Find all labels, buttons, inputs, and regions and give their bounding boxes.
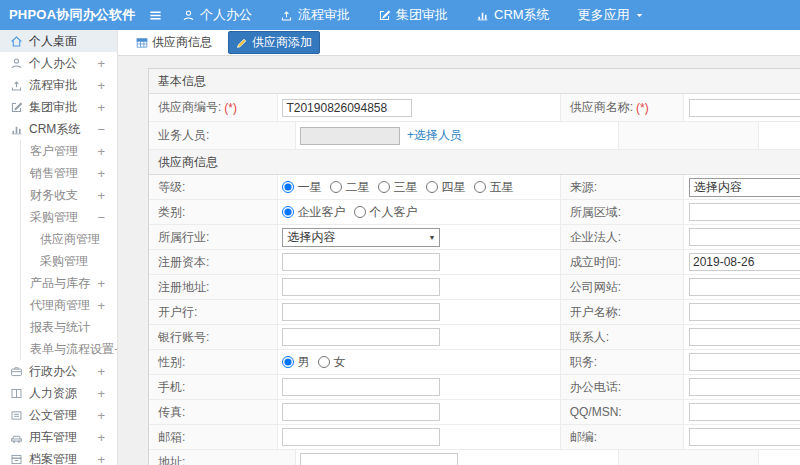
registered-address-input[interactable] xyxy=(282,278,440,296)
supplier-code-input[interactable] xyxy=(282,99,412,117)
radio-input[interactable] xyxy=(354,206,366,218)
field-label: 来源: xyxy=(561,175,684,199)
sidebar-item[interactable]: 表单与流程设置+ xyxy=(20,338,117,360)
address-input[interactable] xyxy=(300,453,458,465)
field-label-text: 办公电话: xyxy=(570,379,621,396)
radio-option[interactable]: 五星 xyxy=(474,179,513,196)
sidebar-item[interactable]: 代理商管理+ xyxy=(20,294,117,316)
radio-input[interactable] xyxy=(330,181,342,193)
radio-input[interactable] xyxy=(378,181,390,193)
founded-date-input[interactable] xyxy=(689,253,800,271)
sidebar-item[interactable]: 人力资源+ xyxy=(0,382,117,404)
topnav-item[interactable]: 个人办公 xyxy=(182,6,252,24)
form-cell-empty xyxy=(759,450,800,465)
sidebar-item[interactable]: 报表与统计 xyxy=(20,316,117,338)
tab-supplier-info[interactable]: 供应商信息 xyxy=(130,32,218,53)
email-input[interactable] xyxy=(282,428,440,446)
source-select[interactable]: 选择内容▼ xyxy=(689,178,800,197)
radio-input[interactable] xyxy=(474,181,486,193)
sidebar-item[interactable]: 客户管理+ xyxy=(20,140,117,162)
expand-toggle[interactable]: + xyxy=(97,277,105,290)
sidebar-item[interactable]: 档案管理+ xyxy=(0,448,117,465)
topnav-item[interactable]: CRM系统 xyxy=(476,6,550,24)
expand-toggle[interactable]: − xyxy=(97,123,105,136)
expand-toggle[interactable]: − xyxy=(97,211,105,224)
office-phone-input[interactable] xyxy=(689,378,800,396)
field-label-text: QQ/MSN: xyxy=(570,405,622,419)
industry-select[interactable]: 选择内容▼ xyxy=(282,228,440,247)
sidebar-item[interactable]: 产品与库存+ xyxy=(20,272,117,294)
field-control xyxy=(684,375,800,399)
radio-input[interactable] xyxy=(282,181,294,193)
bank-branch-input[interactable] xyxy=(282,303,440,321)
fax-input[interactable] xyxy=(282,403,440,421)
sidebar-item[interactable]: 个人办公+ xyxy=(0,52,117,74)
sidebar-item[interactable]: 公文管理+ xyxy=(0,404,117,426)
registered-capital-input[interactable] xyxy=(282,253,440,271)
expand-toggle[interactable]: + xyxy=(97,167,105,180)
expand-toggle[interactable]: + xyxy=(97,387,105,400)
sidebar-item[interactable]: 集团审批+ xyxy=(0,96,117,118)
company-website-input[interactable] xyxy=(689,278,800,296)
legal-person-input[interactable] xyxy=(689,228,800,246)
main-area: 供应商信息 供应商添加 基本信息供应商编号:(*)供应商名称:(*)业务人员:+… xyxy=(118,30,800,465)
job-title-input[interactable] xyxy=(689,353,800,371)
sidebar-item[interactable]: 销售管理+ xyxy=(20,162,117,184)
tab-supplier-add[interactable]: 供应商添加 xyxy=(228,31,320,54)
radio-input[interactable] xyxy=(426,181,438,193)
sidebar-item[interactable]: CRM系统− xyxy=(0,118,117,140)
sidebar-item[interactable]: 流程审批+ xyxy=(0,74,117,96)
select-person-link[interactable]: +选择人员 xyxy=(407,127,462,144)
radio-option[interactable]: 一星 xyxy=(282,179,321,196)
mobile-input[interactable] xyxy=(282,378,440,396)
field-label-text: 银行账号: xyxy=(158,329,209,346)
expand-toggle[interactable]: + xyxy=(97,101,105,114)
radio-option[interactable]: 二星 xyxy=(330,179,369,196)
radio-option[interactable]: 男 xyxy=(282,354,309,371)
radio-option[interactable]: 个人客户 xyxy=(354,204,417,221)
radio-option[interactable]: 企业客户 xyxy=(282,204,345,221)
user-icon xyxy=(10,57,23,70)
supplier-name-input[interactable] xyxy=(689,99,800,117)
expand-toggle[interactable]: + xyxy=(97,409,105,422)
topnav-label: CRM系统 xyxy=(494,6,550,24)
field-control xyxy=(684,325,800,349)
sidebar-item[interactable]: 采购管理− xyxy=(20,206,117,228)
radio-input[interactable] xyxy=(318,356,330,368)
radio-input[interactable] xyxy=(282,356,294,368)
sidebar-item[interactable]: 供应商管理 xyxy=(20,228,117,250)
sidebar-item[interactable]: 个人桌面 xyxy=(0,30,117,52)
expand-toggle[interactable]: + xyxy=(97,431,105,444)
zip-code-input[interactable] xyxy=(689,428,800,446)
region-input[interactable] xyxy=(689,203,800,221)
expand-toggle[interactable]: + xyxy=(97,79,105,92)
upload-icon xyxy=(280,9,293,22)
field-label: 注册资本: xyxy=(149,250,278,274)
expand-toggle[interactable]: + xyxy=(97,453,105,465)
expand-toggle[interactable]: + xyxy=(97,365,105,378)
form-row: 性别:男女职务: xyxy=(149,350,800,375)
topnav-item[interactable]: 集团审批 xyxy=(378,6,448,24)
radio-option[interactable]: 四星 xyxy=(426,179,465,196)
sidebar-item-label: 用车管理 xyxy=(29,429,77,446)
radio-option[interactable]: 三星 xyxy=(378,179,417,196)
expand-toggle[interactable]: + xyxy=(97,189,105,202)
expand-toggle[interactable]: + xyxy=(97,145,105,158)
topnav-item[interactable]: 流程审批 xyxy=(280,6,350,24)
sidebar-item[interactable]: 行政办公+ xyxy=(0,360,117,382)
menu-icon[interactable] xyxy=(140,8,170,23)
radio-option[interactable]: 女 xyxy=(318,354,345,371)
sidebar-item[interactable]: 采购管理 xyxy=(20,250,117,272)
bank-account-input[interactable] xyxy=(282,328,440,346)
contact-person-input[interactable] xyxy=(689,328,800,346)
topnav-item[interactable]: 更多应用 xyxy=(578,6,644,24)
radio-input[interactable] xyxy=(282,206,294,218)
business-person-input[interactable] xyxy=(300,127,400,145)
sidebar-item[interactable]: 用车管理+ xyxy=(0,426,117,448)
account-name-input[interactable] xyxy=(689,303,800,321)
sidebar-item[interactable]: 财务收支+ xyxy=(20,184,117,206)
expand-toggle[interactable]: + xyxy=(97,299,105,312)
qq-msn-input[interactable] xyxy=(689,403,800,421)
field-control: 选择内容▼ xyxy=(684,175,800,199)
expand-toggle[interactable]: + xyxy=(97,57,105,70)
